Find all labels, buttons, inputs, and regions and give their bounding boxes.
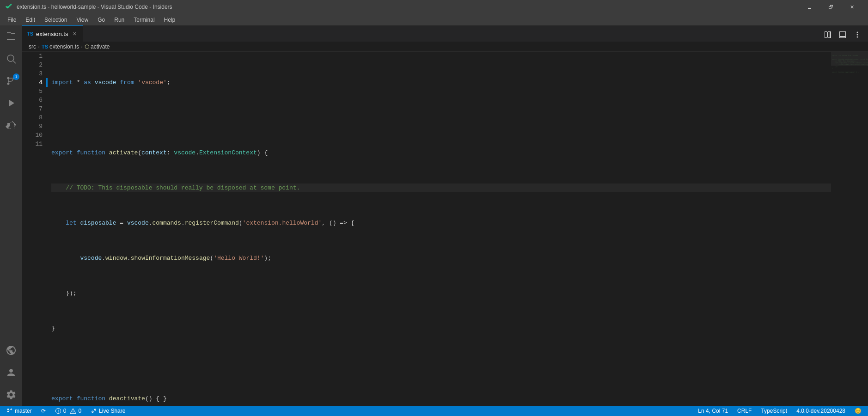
app-logo bbox=[6, 3, 13, 11]
toggle-panel-button[interactable] bbox=[836, 28, 850, 42]
live-share-icon bbox=[91, 408, 97, 414]
breadcrumb: src › TSextension.ts › ⬡activate bbox=[22, 42, 868, 52]
menu-file[interactable]: File bbox=[4, 16, 20, 24]
git-branch-icon bbox=[6, 408, 13, 414]
status-language[interactable]: TypeScript bbox=[759, 406, 789, 416]
menu-bar: File Edit Selection View Go Run Terminal… bbox=[0, 14, 868, 25]
restore-button[interactable]: 🗗 bbox=[820, 0, 841, 14]
tab-close-button[interactable]: × bbox=[71, 30, 78, 37]
activity-explorer[interactable] bbox=[0, 25, 22, 48]
status-right: Ln 4, Col 71 CRLF TypeScript 4.0.0-dev.2… bbox=[696, 406, 863, 416]
code-line-2 bbox=[51, 113, 831, 122]
svg-point-6 bbox=[857, 34, 858, 36]
editor-top-icons bbox=[821, 28, 864, 42]
svg-point-2 bbox=[7, 83, 10, 85]
breadcrumb-file[interactable]: TSextension.ts bbox=[42, 43, 79, 50]
menu-selection[interactable]: Selection bbox=[41, 16, 71, 24]
error-icon bbox=[55, 408, 61, 414]
activity-run[interactable] bbox=[0, 92, 22, 114]
activity-account[interactable] bbox=[0, 361, 22, 384]
language-text: TypeScript bbox=[761, 408, 787, 414]
status-left: master ⟳ 0 0 Live Share bbox=[5, 406, 127, 416]
activity-settings[interactable] bbox=[0, 384, 22, 406]
tab-label: extension.ts bbox=[36, 31, 68, 37]
eol-text: CRLF bbox=[737, 408, 752, 414]
close-button[interactable]: ✕ bbox=[841, 0, 862, 14]
status-live-share[interactable]: Live Share bbox=[89, 406, 127, 416]
minimize-button[interactable]: 🗕 bbox=[799, 0, 820, 14]
title-bar: extension.ts - helloworld-sample - Visua… bbox=[0, 0, 868, 14]
status-line-col[interactable]: Ln 4, Col 71 bbox=[696, 406, 730, 416]
code-line-4: // TODO: This disposable should really b… bbox=[51, 184, 831, 192]
minimap: import * as vscode from 'vscode'; export… bbox=[831, 52, 868, 406]
main-layout: 1 bbox=[0, 25, 868, 406]
code-line-10: export function deactivate() { } bbox=[51, 394, 831, 403]
line-indicator-container bbox=[22, 52, 23, 406]
tab-extension-ts[interactable]: TS extension.ts × bbox=[22, 25, 83, 42]
code-line-7: }); bbox=[51, 289, 831, 298]
menu-terminal[interactable]: Terminal bbox=[130, 16, 158, 24]
svg-point-5 bbox=[857, 32, 858, 33]
code-content[interactable]: import * as vscode from 'vscode'; export… bbox=[48, 52, 831, 406]
activity-bar: 1 bbox=[0, 25, 22, 406]
status-errors[interactable]: 0 0 bbox=[53, 406, 83, 416]
activity-remote[interactable] bbox=[0, 339, 22, 361]
editor-area: TS extension.ts × bbox=[22, 25, 868, 406]
status-branch[interactable]: master bbox=[5, 406, 34, 416]
svg-point-0 bbox=[7, 55, 14, 61]
more-actions-button[interactable] bbox=[850, 28, 864, 42]
title-bar-left: extension.ts - helloworld-sample - Visua… bbox=[6, 3, 172, 11]
svg-point-7 bbox=[857, 37, 858, 38]
window-controls[interactable]: 🗕 🗗 ✕ bbox=[799, 0, 862, 14]
code-line-6: vscode.window.showInformationMessage('He… bbox=[51, 254, 831, 263]
menu-help[interactable]: Help bbox=[160, 16, 179, 24]
status-sync[interactable]: ⟳ bbox=[39, 406, 48, 416]
line-col-text: Ln 4, Col 71 bbox=[698, 408, 728, 414]
activity-bottom bbox=[0, 339, 22, 406]
split-editor-button[interactable] bbox=[821, 28, 835, 42]
menu-go[interactable]: Go bbox=[94, 16, 109, 24]
status-bar: master ⟳ 0 0 Live Share Ln 4, Col 71 CR bbox=[0, 406, 868, 416]
live-share-label: Live Share bbox=[99, 408, 125, 414]
status-version[interactable]: 4.0.0-dev.20200428 bbox=[795, 406, 847, 416]
activity-extensions[interactable] bbox=[0, 114, 22, 136]
breadcrumb-src[interactable]: src bbox=[29, 43, 36, 50]
code-line-8: } bbox=[51, 324, 831, 333]
menu-edit[interactable]: Edit bbox=[22, 16, 39, 24]
source-control-badge: 1 bbox=[13, 73, 19, 80]
code-line-9 bbox=[51, 359, 831, 368]
menu-run[interactable]: Run bbox=[110, 16, 128, 24]
sync-icon: ⟳ bbox=[41, 408, 46, 414]
warning-icon bbox=[70, 408, 76, 414]
feedback-icon: 😊 bbox=[855, 408, 862, 414]
activity-search[interactable] bbox=[0, 48, 22, 70]
version-text: 4.0.0-dev.20200428 bbox=[796, 408, 845, 414]
status-eol[interactable]: CRLF bbox=[735, 406, 753, 416]
line-numbers: 1 2 3 4 5 6 7 8 9 10 11 bbox=[23, 52, 46, 406]
code-editor[interactable]: 1 2 3 4 5 6 7 8 9 10 11 import * as vsco… bbox=[22, 52, 868, 406]
breadcrumb-symbol[interactable]: ⬡activate bbox=[85, 43, 110, 50]
branch-name: master bbox=[15, 408, 32, 414]
status-feedback[interactable]: 😊 bbox=[853, 406, 863, 416]
tab-ts-icon: TS bbox=[27, 31, 33, 37]
activity-source-control[interactable]: 1 bbox=[0, 70, 22, 92]
menu-view[interactable]: View bbox=[73, 16, 92, 24]
code-line-3: export function activate(context: vscode… bbox=[51, 148, 831, 157]
code-line-5: let disposable = vscode.commands.registe… bbox=[51, 219, 831, 227]
minimap-content: import * as vscode from 'vscode'; export… bbox=[831, 52, 868, 76]
error-count: 0 bbox=[63, 408, 67, 414]
gutter bbox=[46, 52, 48, 406]
tab-bar: TS extension.ts × bbox=[22, 25, 868, 42]
svg-line-1 bbox=[13, 61, 16, 64]
window-title: extension.ts - helloworld-sample - Visua… bbox=[17, 4, 172, 10]
svg-point-4 bbox=[7, 77, 10, 80]
warning-count: 0 bbox=[78, 408, 81, 414]
code-line-1: import * as vscode from 'vscode'; bbox=[51, 78, 831, 87]
